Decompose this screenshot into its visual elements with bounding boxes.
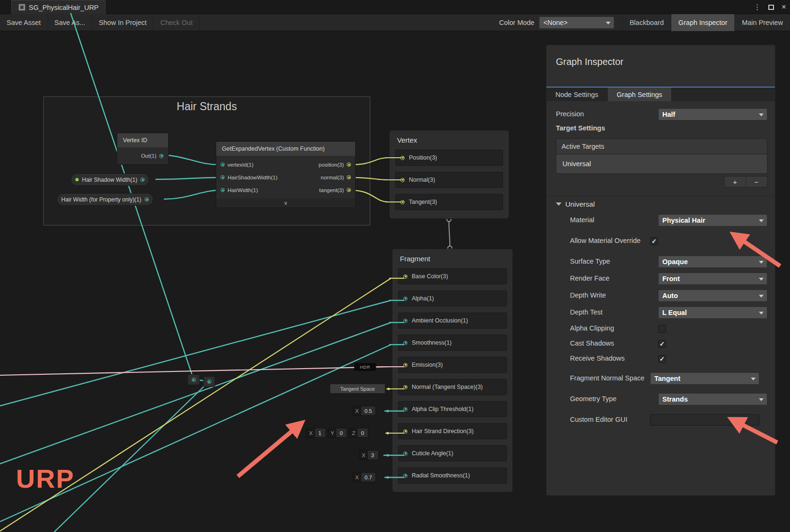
wire-edge[interactable] [449, 221, 450, 247]
input-port-icon[interactable] [403, 297, 407, 301]
input-port-icon[interactable] [400, 200, 405, 204]
surface-type-dropdown[interactable]: Opaque [658, 256, 767, 268]
maximize-icon[interactable] [768, 5, 774, 10]
block-row-emission[interactable]: Emission(3) [398, 357, 507, 373]
allow-material-override-checkbox[interactable]: ✓ [650, 237, 658, 245]
output-port-icon[interactable] [140, 177, 145, 182]
input-port-icon[interactable] [403, 274, 407, 279]
block-row-smoothness[interactable]: Smoothness(1) [398, 335, 507, 351]
input-port-icon[interactable] [400, 178, 405, 182]
block-row-radial-smoothness[interactable]: Radial Smoothness(1) [398, 468, 507, 484]
radial-smoothness-default: X 0.7 [352, 472, 376, 482]
axis-value[interactable]: 0 [358, 428, 368, 437]
block-row-ambient-occlusion[interactable]: Ambient Occlusion(1) [398, 313, 507, 329]
output-port-icon[interactable] [347, 175, 351, 179]
vector-field[interactable]: X 0.5 [352, 406, 376, 416]
port-icon[interactable] [207, 379, 212, 384]
close-icon[interactable]: × [782, 2, 786, 12]
axis-value[interactable]: 0.7 [361, 473, 375, 482]
vector-field[interactable]: X 1 [306, 428, 326, 438]
block-row-base-color[interactable]: Base Color(3) [398, 268, 507, 284]
tangent-space-default-pill[interactable]: Tangent Space [330, 384, 385, 394]
material-dropdown[interactable]: Physical Hair [658, 214, 767, 226]
save-asset-button[interactable]: Save Asset [0, 14, 48, 31]
kebab-menu-icon[interactable]: ⋮ [754, 3, 761, 11]
alpha-clipping-checkbox[interactable] [658, 325, 666, 333]
render-face-dropdown[interactable]: Front [658, 273, 767, 285]
block-row-tangent[interactable]: Tangent(3) [395, 194, 503, 210]
vector-field[interactable]: X 3 [359, 450, 379, 460]
add-target-button[interactable]: + [725, 177, 746, 187]
port-icon[interactable] [192, 378, 196, 382]
active-target-item-universal[interactable]: Universal [556, 154, 767, 173]
vector-field[interactable]: X 0.7 [352, 472, 376, 482]
input-port-icon[interactable] [220, 162, 225, 167]
input-port-icon[interactable] [400, 156, 405, 160]
cast-shadows-checkbox[interactable]: ✓ [658, 340, 666, 348]
axis-value[interactable]: 0 [336, 428, 347, 437]
blackboard-toggle[interactable]: Blackboard [622, 14, 671, 31]
connector-dot-icon [386, 454, 389, 456]
input-port-icon[interactable] [403, 451, 407, 456]
collapsed-node[interactable] [187, 374, 200, 385]
wire-edge[interactable] [54, 381, 209, 532]
input-port-icon[interactable] [403, 407, 407, 411]
depth-test-dropdown[interactable]: L Equal [658, 306, 767, 319]
fragment-context-block[interactable]: Fragment Base Color(3) Alpha(1) Ambient … [392, 249, 513, 492]
block-row-hair-strand-direction[interactable]: Hair Strand Direction(3) [398, 423, 507, 439]
node-get-expanded-vertex[interactable]: GetExpandedVertex (Custom Function) vert… [216, 141, 356, 208]
collapse-chevron-icon[interactable]: ∨ [216, 198, 355, 208]
color-mode-value: <None> [543, 19, 568, 26]
axis-label: X [359, 451, 368, 459]
geometry-type-dropdown[interactable]: Strands [658, 393, 767, 405]
precision-dropdown[interactable]: Half [658, 108, 767, 121]
save-as-button[interactable]: Save As... [48, 14, 92, 31]
precision-label: Precision [556, 110, 658, 119]
vertex-context-block[interactable]: Vertex Position(3) Normal(3) Tangent(3) [389, 130, 509, 219]
input-port-icon[interactable] [403, 429, 407, 434]
vector-field[interactable]: Y 0 [328, 428, 348, 438]
remove-target-button[interactable]: − [746, 177, 767, 187]
input-port-icon[interactable] [403, 341, 407, 345]
output-port-icon[interactable] [145, 197, 149, 202]
input-port-icon[interactable] [220, 175, 225, 179]
show-in-project-button[interactable]: Show In Project [92, 14, 154, 31]
input-port-icon[interactable] [220, 188, 225, 192]
axis-value[interactable]: 1 [315, 428, 326, 437]
property-node-hair-shadow-width[interactable]: Hair Shadow Width(1) [71, 173, 149, 186]
tab-graph-settings[interactable]: Graph Settings [608, 88, 672, 101]
input-port-icon[interactable] [403, 474, 407, 478]
block-row-alpha-clip-threshold[interactable]: Alpha Clip Threshold(1) [398, 401, 507, 417]
urp-watermark: URP [16, 463, 74, 494]
document-tab[interactable]: SG_PhysicalHair_URP [11, 0, 106, 14]
collapsed-node[interactable] [203, 376, 215, 387]
receive-shadows-checkbox[interactable]: ✓ [658, 355, 666, 363]
input-port-icon[interactable] [403, 319, 407, 323]
block-row-alpha[interactable]: Alpha(1) [398, 290, 507, 306]
tab-node-settings[interactable]: Node Settings [546, 88, 608, 101]
universal-foldout[interactable]: Universal [546, 196, 775, 212]
block-row-cuticle-angle[interactable]: Cuticle Angle(1) [398, 445, 507, 461]
axis-value[interactable]: 0.5 [361, 406, 375, 415]
axis-value[interactable]: 3 [368, 451, 378, 459]
vector-field[interactable]: Z 0 [349, 428, 368, 438]
node-vertex-id[interactable]: Vertex ID Out(1) [117, 133, 169, 165]
property-node-hair-width[interactable]: Hair Width (for Property only)(1) [57, 193, 154, 206]
output-port-icon[interactable] [347, 188, 351, 192]
main-preview-toggle[interactable]: Main Preview [734, 14, 790, 31]
hair-strand-direction-default: X 1 Y 0 Z 0 [306, 428, 368, 438]
input-port-icon[interactable] [403, 363, 407, 367]
depth-write-dropdown[interactable]: Auto [658, 290, 767, 302]
output-port-icon[interactable] [347, 162, 351, 167]
input-port-icon[interactable] [403, 385, 407, 389]
block-row-position[interactable]: Position(3) [395, 150, 503, 166]
graph-inspector-toggle[interactable]: Graph Inspector [671, 14, 734, 31]
color-mode-dropdown[interactable]: <None> [539, 16, 614, 29]
block-row-normal[interactable]: Normal(3) [395, 172, 503, 188]
depth-test-value: L Equal [662, 309, 687, 316]
custom-editor-gui-field[interactable] [650, 414, 759, 426]
axis-label: Z [350, 428, 358, 437]
block-row-normal-tangent-space[interactable]: Normal (Tangent Space)(3) [398, 379, 507, 395]
fragment-normal-space-dropdown[interactable]: Tangent [650, 372, 759, 385]
output-port-icon[interactable] [159, 154, 163, 158]
